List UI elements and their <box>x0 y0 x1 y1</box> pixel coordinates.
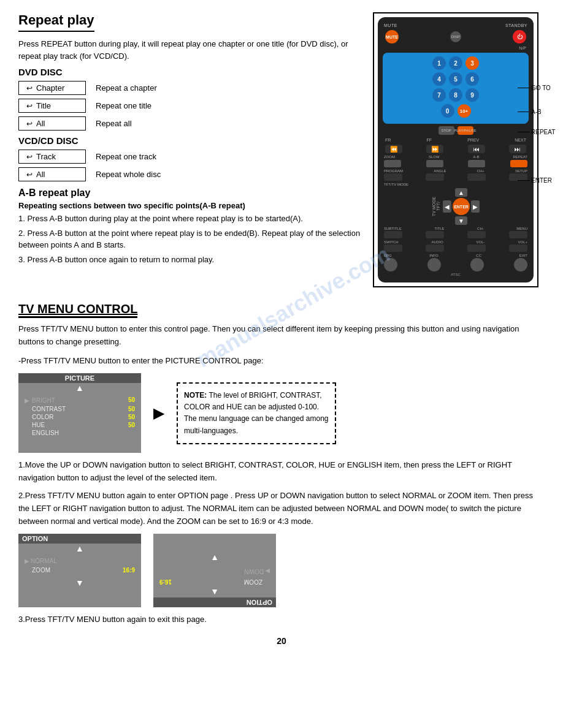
ab-annotation: A-B <box>518 108 555 115</box>
disp-button[interactable]: DISP <box>450 31 461 42</box>
ab-button[interactable] <box>468 160 485 167</box>
pic-row-english: ENGLISH <box>25 430 135 436</box>
title-button[interactable]: ↩ Title <box>18 99 86 113</box>
menu-label: MENU <box>516 227 527 230</box>
picture-screen: PICTURE ▲ ▶BRIGHT 50 CONTRAST 50 COLOR 5… <box>18 373 141 453</box>
body-text-3: 3.Press TFT/TV MENU button again to exit… <box>18 613 545 626</box>
all-dvd-label: All <box>36 119 45 128</box>
switch-label: SWITCH <box>384 240 399 244</box>
btn-0[interactable]: 0 <box>441 104 454 118</box>
dvd-disc-label: DVD DISC <box>18 67 361 77</box>
option-screen-1: OPTION ▲ ▶NORMAL ZOOM 16:9 ▼ <box>18 534 141 607</box>
program-button[interactable] <box>384 173 402 181</box>
enter-button[interactable]: ENTER <box>453 198 470 215</box>
opt-row-zoom2: ZOOM 16:9 <box>159 578 270 585</box>
all-dvd-repeat-row: ↩ All Repeat all <box>18 116 361 131</box>
tv-menu-title: TV MENU CONTROL <box>18 302 137 318</box>
option-screen-2: OPTION ▲ ZOOM 16:9 ▶DOWN ▼ <box>153 534 276 607</box>
option-header-2: OPTION <box>153 597 276 607</box>
title-ctrl-button[interactable] <box>426 231 444 238</box>
info-button[interactable] <box>427 258 441 271</box>
track-label: Track <box>36 152 56 161</box>
repeat-description: Press REPEAT button during play, it will… <box>18 38 361 62</box>
ab-title: A-B repeat play <box>18 188 361 199</box>
ff-label: FF <box>426 138 432 142</box>
track-button[interactable]: ↩ Track <box>18 150 86 164</box>
subtitle-button[interactable] <box>384 231 402 238</box>
all-dvd-desc: Repeat all <box>96 119 132 128</box>
option-rows-1: ▶NORMAL ZOOM 16:9 <box>18 553 141 578</box>
tft-tv-mode-label: TFT/TV MODE <box>432 197 440 216</box>
opt-row-down: ▶DOWN <box>159 567 270 577</box>
all-vcd-button[interactable]: ↩ All <box>18 167 86 181</box>
page-title: Repeat play <box>18 12 94 32</box>
track-desc: Repeat one track <box>96 152 156 161</box>
chapter-label: Chapter <box>36 83 64 93</box>
btn-3[interactable]: 3 <box>465 56 479 70</box>
zoom-label: ZOOM <box>384 155 395 159</box>
epg-button[interactable] <box>384 258 397 271</box>
chminus-label: CH- <box>477 227 484 230</box>
enter-annotation: ENTER <box>518 177 555 184</box>
volminus-button[interactable] <box>467 245 486 252</box>
cc-label: CC <box>476 254 481 257</box>
title-repeat-row: ↩ Title Repeat one title <box>18 99 361 113</box>
switch-button[interactable] <box>384 245 402 252</box>
zoom-button[interactable] <box>384 160 401 167</box>
option-header-1: OPTION <box>18 534 141 544</box>
chminus-button[interactable] <box>467 231 486 238</box>
menu-button[interactable] <box>509 231 527 238</box>
play-pause-button[interactable]: PLAY/PAUSE <box>458 126 473 135</box>
btn-2[interactable]: 2 <box>449 56 462 70</box>
option-rows-2: ZOOM 16:9 ▶DOWN <box>153 563 276 588</box>
right-arrow-button[interactable]: ▶ <box>471 200 480 213</box>
btn-4[interactable]: 4 <box>432 72 446 86</box>
ff-button[interactable]: ⏩ <box>426 145 443 153</box>
btn-10plus[interactable]: 10+ <box>458 104 471 118</box>
prev-label: PREV <box>467 138 479 142</box>
slow-button[interactable] <box>426 160 443 167</box>
fr-button[interactable]: ⏪ <box>385 145 402 153</box>
atsc-label: ATSC <box>383 273 529 276</box>
cc-button[interactable] <box>470 258 484 271</box>
chapter-button[interactable]: ↩ Chapter <box>18 81 86 95</box>
btn-5[interactable]: 5 <box>449 72 462 86</box>
down-arrow-button[interactable]: ▼ <box>455 216 467 225</box>
ab-step-1: 1. Press A-B button during play at the p… <box>18 213 361 225</box>
chplus-button[interactable] <box>467 173 486 181</box>
pic-row-hue: HUE 50 <box>25 422 135 428</box>
volplus-button[interactable] <box>509 245 527 252</box>
picture-section: PICTURE ▲ ▶BRIGHT 50 CONTRAST 50 COLOR 5… <box>18 373 545 453</box>
all-dvd-button[interactable]: ↩ All <box>18 116 86 131</box>
exit-button[interactable] <box>514 258 527 271</box>
mute-label: MUTE <box>384 23 397 28</box>
track-repeat-row: ↩ Track Repeat one track <box>18 150 361 164</box>
ab-steps-list: 1. Press A-B button during play at the p… <box>18 213 361 265</box>
prev-button[interactable]: ⏮ <box>468 145 485 153</box>
btn-9[interactable]: 9 <box>465 88 479 102</box>
all-vcd-repeat-row: ↩ All Repeat whole disc <box>18 167 361 181</box>
all-vcd-desc: Repeat whole disc <box>96 170 161 179</box>
pic-row-contrast: CONTRAST 50 <box>25 406 135 412</box>
title-desc: Repeat one title <box>96 101 151 110</box>
note-box: NOTE: The level of BRIGHT, CONTRAST, COL… <box>177 382 336 444</box>
epg-label: EPG <box>384 254 392 257</box>
mute-button[interactable]: MUTE <box>385 30 399 44</box>
btn-7[interactable]: 7 <box>432 88 446 102</box>
pic-row-color: COLOR 50 <box>25 414 135 420</box>
left-arrow-button[interactable]: ◀ <box>443 200 451 213</box>
remote-section: MUTE STANDBY MUTE DISP ⏻ N/ <box>373 12 545 287</box>
up-arrow-button[interactable]: ▲ <box>455 188 467 197</box>
ab-subtitle: Repeating sections between two specific … <box>18 201 361 210</box>
ab-step-3: 3. Press A-B button once again to return… <box>18 254 361 266</box>
audio-label: AUDIO <box>432 240 443 244</box>
audio-button[interactable] <box>426 245 444 252</box>
title-label: Title <box>36 101 51 110</box>
btn-1[interactable]: 1 <box>432 56 446 70</box>
btn-6[interactable]: 6 <box>465 72 479 86</box>
info-label: INFO <box>429 254 438 257</box>
btn-8[interactable]: 8 <box>449 88 462 102</box>
vcd-cd-label: VCD/CD DISC <box>18 135 361 146</box>
stop-button[interactable]: STOP <box>439 126 454 135</box>
angle-button[interactable] <box>426 173 444 181</box>
